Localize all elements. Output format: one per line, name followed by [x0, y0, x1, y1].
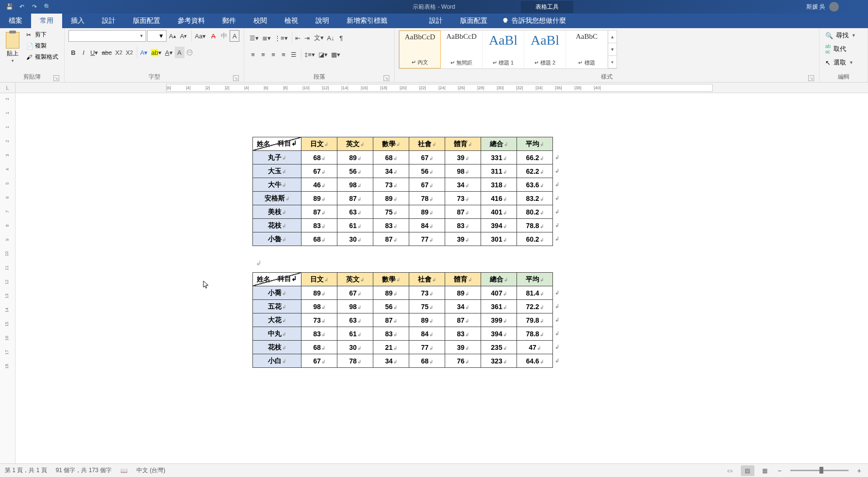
change-case-button[interactable]: Aa▾	[191, 30, 207, 42]
redo-icon[interactable]: ↷	[30, 2, 39, 11]
line-spacing-button[interactable]: ‡≡▾	[301, 49, 317, 60]
page-canvas[interactable]: 科目↲姓名日文↲英文↲數學↲社會↲體育↲總合↲平均↲丸子↲68↲89↲68↲67…	[16, 93, 868, 463]
style-標題 1[interactable]: AaBl↵ 標題 1	[483, 31, 524, 68]
touch-icon[interactable]: 🔍	[43, 2, 51, 11]
justify-button[interactable]: ≡	[279, 49, 288, 60]
styles-gallery[interactable]: AaBbCcD↵ 內文AaBbCcD↵ 無間距AaBl↵ 標題 1AaBl↵ 標…	[399, 30, 617, 69]
styles-dialog-icon[interactable]: ↘	[808, 75, 814, 81]
char-shading-button[interactable]: A	[175, 47, 184, 58]
clear-format-button[interactable]: A̶	[208, 30, 218, 42]
multilevel-button[interactable]: ⋮≡▾	[273, 32, 289, 44]
table-row[interactable]: 小喬↲89↲67↲89↲73↲89↲407↲81.4↲↲	[253, 286, 553, 300]
style-scroll-2[interactable]: ▾	[608, 56, 617, 68]
style-標題 2[interactable]: AaBl↵ 標題 2	[524, 31, 566, 68]
numbering-button[interactable]: ≣▾	[261, 32, 272, 44]
menu-設計[interactable]: 設計	[93, 14, 124, 28]
clipboard-dialog-icon[interactable]: ↘	[53, 75, 59, 81]
grow-font-button[interactable]: A▴	[167, 30, 178, 42]
menu-常用[interactable]: 常用	[31, 14, 62, 28]
score-table[interactable]: 科目↲姓名日文↲英文↲數學↲社會↲體育↲總合↲平均↲丸子↲68↲89↲68↲67…	[252, 137, 553, 246]
table-row[interactable]: 花枝↲83↲61↲83↲84↲83↲394↲78.8↲↲	[253, 219, 553, 232]
replace-button[interactable]: abac取代	[823, 43, 858, 55]
proofing-icon[interactable]: 📖	[120, 467, 128, 474]
paragraph-dialog-icon[interactable]: ↘	[384, 75, 389, 81]
menu-檔案[interactable]: 檔案	[0, 14, 31, 28]
strike-button[interactable]: abc	[100, 47, 113, 58]
decrease-indent-button[interactable]: ⇤	[292, 32, 302, 44]
asian-layout-button[interactable]: 文▾	[313, 32, 325, 44]
subscript-button[interactable]: X2	[114, 47, 124, 58]
sort-button[interactable]: A↓	[326, 32, 336, 44]
table-row[interactable]: 大牛↲46↲98↲73↲67↲34↲318↲63.6↲↲	[253, 178, 553, 192]
zoom-out-button[interactable]: −	[776, 467, 784, 475]
menu-插入[interactable]: 插入	[62, 14, 93, 28]
table-row[interactable]: 花枝↲68↲30↲21↲77↲39↲235↲47↲↲	[253, 341, 553, 354]
underline-button[interactable]: U▾	[89, 47, 100, 58]
char-border-button[interactable]: A	[230, 30, 239, 42]
ctx-menu-設計[interactable]: 設計	[420, 14, 451, 28]
save-icon[interactable]: 💾	[5, 2, 14, 11]
undo-icon[interactable]: ↶	[17, 2, 26, 11]
table-row[interactable]: 小白↲67↲78↲34↲68↲76↲323↲64.6↲↲	[253, 354, 553, 368]
table-row[interactable]: 丸子↲68↲89↲68↲67↲39↲331↲66.2↲↲	[253, 151, 553, 164]
paste-button[interactable]: 貼上 ▼	[4, 30, 21, 65]
status-words[interactable]: 91 個字，共 173 個字	[56, 466, 112, 475]
bullets-button[interactable]: ☰▾	[248, 32, 260, 44]
ruler-corner[interactable]: L	[0, 82, 16, 93]
bold-button[interactable]: B	[68, 47, 78, 58]
table-row[interactable]: 小魯↲68↲30↲87↲77↲39↲301↲60.2↲↲	[253, 232, 553, 246]
tell-me-button[interactable]: 告訴我您想做什麼	[496, 14, 572, 28]
table-row[interactable]: 大玉↲67↲56↲34↲56↲98↲311↲62.2↲↲	[253, 164, 553, 178]
copy-button[interactable]: 📄複製	[24, 41, 60, 50]
horizontal-ruler[interactable]: |6||4||2||2||4||6||8||10||12||14||16||18…	[166, 84, 713, 92]
user-area[interactable]: 斯媛 吳	[806, 2, 839, 12]
superscript-button[interactable]: X2	[124, 47, 134, 58]
find-button[interactable]: 🔍尋找▼	[823, 30, 858, 41]
highlight-button[interactable]: ab▾	[150, 47, 163, 58]
select-button[interactable]: ↖選取▼	[823, 57, 858, 68]
distribute-button[interactable]: ☰	[289, 49, 299, 60]
align-left-button[interactable]: ≡	[248, 49, 258, 60]
status-page[interactable]: 第 1 頁，共 1 頁	[5, 466, 47, 475]
score-table[interactable]: 科目↲姓名日文↲英文↲數學↲社會↲體育↲總合↲平均↲小喬↲89↲67↲89↲73…	[252, 272, 553, 368]
table-row[interactable]: 安格斯↲89↲87↲89↲78↲73↲416↲83.2↲↲	[253, 192, 553, 205]
cut-button[interactable]: ✂剪下	[24, 30, 60, 39]
table-row[interactable]: 中丸↲83↲61↲83↲84↲83↲394↲78.8↲↲	[253, 327, 553, 341]
font-color-button[interactable]: A▾	[164, 47, 174, 58]
menu-新增索引標籤[interactable]: 新增索引標籤	[338, 14, 396, 28]
style-scroll-0[interactable]: ▲	[608, 31, 617, 43]
font-dialog-icon[interactable]: ↘	[233, 75, 239, 81]
print-layout-button[interactable]: ▤	[741, 465, 754, 476]
zoom-in-button[interactable]: +	[855, 467, 863, 475]
zoom-slider[interactable]	[790, 470, 849, 471]
increase-indent-button[interactable]: ⇥	[302, 32, 312, 44]
style-scroll-1[interactable]: ▼	[608, 43, 617, 56]
font-size-combo[interactable]: ▼	[147, 30, 167, 42]
menu-版面配置[interactable]: 版面配置	[124, 14, 169, 28]
align-right-button[interactable]: ≡	[268, 49, 278, 60]
phonetic-button[interactable]: 中	[219, 30, 229, 42]
menu-檢視[interactable]: 檢視	[276, 14, 307, 28]
read-mode-button[interactable]: ▭	[723, 465, 737, 476]
status-language[interactable]: 中文 (台灣)	[136, 466, 165, 475]
table-row[interactable]: 大花↲73↲63↲87↲89↲87↲399↲79.8↲↲	[253, 313, 553, 327]
menu-說明[interactable]: 說明	[307, 14, 338, 28]
borders-button[interactable]: ▦▾	[330, 49, 342, 60]
menu-校閱[interactable]: 校閱	[245, 14, 276, 28]
table-row[interactable]: 五花↲98↲98↲56↲75↲34↲361↲72.2↲↲	[253, 300, 553, 313]
show-marks-button[interactable]: ¶	[336, 32, 346, 44]
align-center-button[interactable]: ≡	[258, 49, 268, 60]
font-name-combo[interactable]: ▼	[68, 30, 146, 42]
style-標題[interactable]: AaBbC↵ 標題	[566, 31, 608, 68]
enclose-button[interactable]: ㊀	[185, 47, 195, 58]
shading-button[interactable]: ◪▾	[317, 49, 329, 60]
table-row[interactable]: 美枝↲87↲63↲75↲89↲87↲401↲80.2↲↲	[253, 205, 553, 219]
ctx-menu-版面配置[interactable]: 版面配置	[451, 14, 496, 28]
format-painter-button[interactable]: 🖌複製格式	[24, 52, 60, 62]
vertical-ruler[interactable]: 21123456789101112131415161718	[0, 93, 16, 463]
menu-參考資料[interactable]: 參考資料	[169, 14, 214, 28]
text-effects-button[interactable]: A▾	[137, 47, 150, 58]
italic-button[interactable]: I	[79, 47, 88, 58]
style-內文[interactable]: AaBbCcD↵ 內文	[399, 31, 441, 68]
shrink-font-button[interactable]: A▾	[179, 30, 189, 42]
